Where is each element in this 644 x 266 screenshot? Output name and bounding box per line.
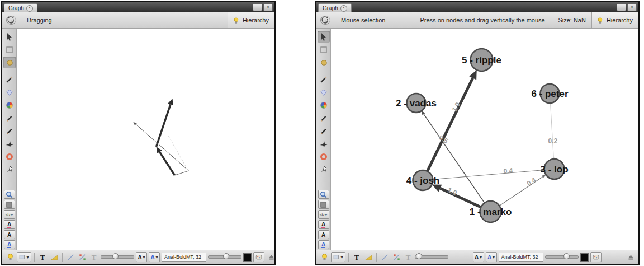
bold-t-icon: T (354, 254, 359, 261)
edge-display-toggle[interactable] (65, 252, 75, 262)
edge-scale-slider[interactable] (415, 255, 448, 259)
mini-display-icon (19, 254, 25, 260)
shortest-path-tool[interactable] (3, 138, 16, 150)
label-color-red-button[interactable]: A (4, 220, 15, 229)
letter-a-icon: A (475, 255, 479, 260)
tab-label: Graph (323, 5, 338, 11)
slider-knob[interactable] (223, 253, 229, 259)
edge-color-toggle[interactable] (77, 252, 87, 262)
edge-labels-toggle[interactable]: T (89, 252, 99, 262)
attributes-settings-button[interactable] (253, 252, 264, 262)
node-pencil-tool[interactable] (318, 125, 330, 137)
heatmap-tool[interactable] (3, 99, 16, 111)
drag-hand-icon (319, 58, 328, 67)
label-color-blue-button[interactable]: A (4, 240, 15, 249)
font-field[interactable]: Arial-BoldMT, 32 (162, 253, 206, 262)
minimize-button[interactable]: − (617, 3, 626, 11)
zoom-reset-button[interactable] (4, 190, 15, 199)
node-labels-toggle[interactable]: T (352, 252, 362, 262)
background-color-button[interactable] (318, 200, 329, 209)
dropdown-arrow-icon: ▾ (156, 255, 158, 260)
zoom-reset-button[interactable] (318, 190, 329, 199)
label-mode-dropdown[interactable]: ▾ (331, 252, 345, 262)
gray-t-icon: T (92, 254, 97, 261)
label-color-red-button[interactable]: A (318, 220, 329, 229)
edge-draw-tool[interactable] (3, 164, 16, 175)
orange-ring-icon (5, 152, 14, 161)
painter-tool[interactable] (318, 73, 330, 85)
colored-line-icon (392, 253, 401, 262)
letter-a-icon: A (321, 232, 325, 237)
rectangle-selection-tool[interactable] (3, 44, 16, 55)
node-font-button[interactable]: A▾ (136, 252, 147, 262)
font-field[interactable]: Arial-BoldMT, 32 (499, 253, 543, 262)
palette-icon (592, 253, 600, 261)
hierarchy-panel[interactable]: Hierarchy (228, 12, 274, 28)
label-size-slider[interactable] (545, 255, 579, 259)
direct-selection-tool[interactable] (3, 31, 16, 43)
graph-edge (159, 152, 174, 175)
sizer-tool[interactable] (3, 86, 16, 98)
minimize-button[interactable]: − (253, 3, 262, 11)
label-color-swatch[interactable] (580, 253, 589, 262)
node-font-button[interactable]: A▾ (473, 252, 484, 262)
edge-weight-label: 0.4 (525, 176, 538, 188)
color-wheel-icon (319, 101, 328, 110)
edge-labels-toggle[interactable]: T (403, 252, 413, 262)
rectangle-selection-tool[interactable] (318, 44, 330, 55)
edge-font-button[interactable]: A▾ (486, 252, 497, 262)
node-labels-toggle[interactable]: T (37, 252, 48, 262)
slider-knob[interactable] (564, 253, 570, 259)
heat-ring-tool[interactable] (3, 151, 16, 162)
label-size-slider[interactable] (208, 255, 242, 259)
slider-knob[interactable] (416, 253, 422, 259)
hierarchy-panel[interactable]: Hierarchy (591, 12, 638, 28)
window-menu-button[interactable]: ▾ (627, 3, 637, 11)
graph-canvas[interactable] (17, 29, 274, 250)
edge-color-mode-button[interactable] (49, 252, 59, 262)
size-indicator: Size: NaN (552, 17, 591, 24)
label-plain-button[interactable]: A (318, 230, 329, 239)
node-label: 4 - josh (406, 175, 440, 186)
background-color-button[interactable] (4, 200, 15, 209)
label-color-blue-button[interactable]: A (318, 240, 329, 249)
collapse-panel-button[interactable] (626, 252, 636, 262)
tab-close-icon[interactable]: × (26, 5, 33, 12)
tab-close-icon[interactable]: × (340, 5, 347, 12)
label-plain-button[interactable]: A (4, 230, 15, 239)
heatmap-tool[interactable] (318, 99, 330, 111)
shortest-path-tool[interactable] (318, 138, 330, 150)
label-mode-dropdown[interactable]: ▾ (17, 252, 31, 262)
edge-draw-tool[interactable] (318, 164, 330, 175)
slider-knob[interactable] (112, 253, 119, 259)
cursor-line-icon (319, 165, 328, 174)
edge-pencil-tool[interactable] (318, 112, 330, 124)
heat-ring-tool[interactable] (318, 151, 330, 162)
hierarchy-label: Hierarchy (607, 17, 633, 24)
node-pencil-tool[interactable] (3, 125, 16, 137)
hint-text: Press on nodes and drag vertically the m… (420, 17, 545, 24)
edge-color-mode-button[interactable] (363, 252, 373, 262)
size-mode-button[interactable]: size (318, 210, 329, 219)
edge-scale-slider[interactable] (101, 255, 134, 259)
drag-tool[interactable] (318, 57, 330, 68)
labels-visibility-toggle[interactable] (5, 252, 15, 262)
labels-visibility-toggle[interactable] (319, 252, 329, 262)
attributes-settings-button[interactable] (590, 252, 602, 262)
edge-display-toggle[interactable] (380, 252, 390, 262)
painter-tool[interactable] (3, 73, 16, 85)
size-mode-button[interactable]: size (4, 210, 15, 219)
collapse-panel-button[interactable] (266, 252, 276, 262)
sizer-tool[interactable] (318, 86, 330, 98)
edge-color-toggle[interactable] (391, 252, 401, 262)
tab-graph[interactable]: Graph × (318, 3, 352, 12)
drag-tool[interactable] (3, 57, 16, 68)
window-menu-button[interactable]: ▾ (263, 3, 273, 11)
edge-font-button[interactable]: A▾ (149, 252, 160, 262)
label-color-swatch[interactable] (243, 253, 252, 262)
node-label: 3 - lop (540, 164, 568, 175)
edge-pencil-tool[interactable] (3, 112, 16, 124)
direct-selection-tool[interactable] (318, 31, 330, 43)
tab-graph[interactable]: Graph × (4, 3, 37, 12)
graph-canvas[interactable]: 0.51.00.41.00.40.21 - marko2 - vadas3 - … (331, 29, 638, 250)
